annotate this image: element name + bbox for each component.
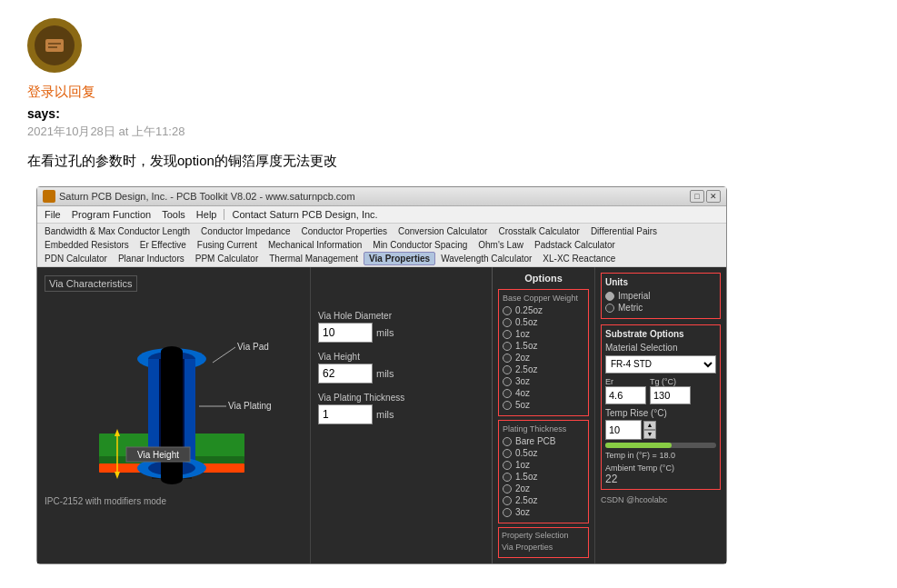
property-selection-label: Property Selection xyxy=(502,531,585,540)
via-panel: Via Characteristics xyxy=(37,267,310,563)
via-height-input[interactable] xyxy=(318,364,373,384)
bcw-2oz[interactable]: 2oz xyxy=(503,353,584,363)
btn-conductor-impedance[interactable]: Conductor Impedance xyxy=(195,224,295,238)
tg-label: Tg (°C) xyxy=(650,377,691,386)
toolkit-window: Saturn PCB Design, Inc. - PCB Toolkit V8… xyxy=(36,186,727,564)
pt-bare[interactable]: Bare PCB xyxy=(503,436,584,446)
btn-er-effective[interactable]: Er Effective xyxy=(135,238,192,252)
btn-mechanical-information[interactable]: Mechanical Information xyxy=(263,238,367,252)
radio-pt-1oz xyxy=(503,461,512,470)
btn-ppm-calculator[interactable]: PPM Calculator xyxy=(190,252,264,265)
via-plating-thickness-unit: mils xyxy=(376,409,394,420)
menu-help[interactable]: Help xyxy=(191,207,223,222)
btn-conversion-calculator[interactable]: Conversion Calculator xyxy=(393,224,493,238)
bcw-025oz[interactable]: 0.25oz xyxy=(503,305,584,315)
temp-rise-input[interactable] xyxy=(605,420,642,440)
pt-25oz[interactable]: 2.5oz xyxy=(503,495,584,505)
radio-bare xyxy=(503,437,512,446)
btn-min-conductor-spacing[interactable]: Min Conductor Spacing xyxy=(367,238,473,252)
btn-embedded-resistors[interactable]: Embedded Resistors xyxy=(39,238,135,252)
metric-label: Metric xyxy=(618,303,643,313)
toolbar-row-1: Bandwidth & Max Conductor Length Conduct… xyxy=(39,224,724,238)
svg-text:Via Height: Via Height xyxy=(137,450,179,460)
radio-3oz xyxy=(503,377,512,386)
tg-input[interactable] xyxy=(650,386,691,404)
bcw-3oz[interactable]: 3oz xyxy=(503,376,584,386)
menu-program-function[interactable]: Program Function xyxy=(66,207,156,222)
btn-conductor-properties[interactable]: Conductor Properties xyxy=(296,224,394,238)
ambient-value: 22 xyxy=(605,473,716,485)
bcw-25oz[interactable]: 2.5oz xyxy=(503,364,584,374)
btn-differential-pairs[interactable]: Differential Pairs xyxy=(585,224,663,238)
via-properties-sublabel: Via Properties xyxy=(502,543,585,552)
radio-2oz xyxy=(503,354,512,363)
bcw-4oz[interactable]: 4oz xyxy=(503,388,584,398)
btn-ohms-law[interactable]: Ohm's Law xyxy=(473,238,529,252)
plating-thickness-label: Plating Thickness xyxy=(503,424,584,434)
via-hole-diameter-label: Via Hole Diameter xyxy=(318,311,484,321)
menu-separator xyxy=(224,209,224,220)
btn-xl-xc-reactance[interactable]: XL-XC Reactance xyxy=(537,252,621,265)
btn-via-properties[interactable]: Via Properties xyxy=(364,252,435,265)
toolbar-row-3: PDN Calculator Planar Inductors PPM Calc… xyxy=(39,252,724,265)
radio-5oz xyxy=(503,401,512,410)
units-title: Units xyxy=(605,277,716,287)
radio-05oz xyxy=(503,318,512,327)
bcw-1oz[interactable]: 1oz xyxy=(503,329,584,339)
svg-text:Via Plating: Via Plating xyxy=(228,401,272,411)
plating-thickness-section: Plating Thickness Bare PCB 0.5oz 1oz 1.5… xyxy=(498,420,589,523)
base-copper-weight-section: Base Copper Weight 0.25oz 0.5oz 1oz 1.5o… xyxy=(498,289,589,416)
close-button[interactable]: ✕ xyxy=(706,190,721,203)
via-height-unit: mils xyxy=(376,368,394,379)
btn-fusing-current[interactable]: Fusing Current xyxy=(192,238,263,252)
radio-metric xyxy=(605,304,614,313)
menu-bar: File Program Function Tools Help Contact… xyxy=(37,206,726,224)
btn-pdn-calculator[interactable]: PDN Calculator xyxy=(39,252,113,265)
unit-imperial[interactable]: Imperial xyxy=(605,291,716,301)
ambient-label: Ambient Temp (°C) xyxy=(605,463,716,473)
bcw-05oz[interactable]: 0.5oz xyxy=(503,317,584,327)
temp-rise-fill xyxy=(605,443,672,448)
unit-metric[interactable]: Metric xyxy=(605,303,716,313)
via-hole-diameter-input[interactable] xyxy=(318,323,373,343)
btn-wavelength-calculator[interactable]: Wavelength Calculator xyxy=(435,252,537,265)
radio-4oz xyxy=(503,389,512,398)
menu-file[interactable]: File xyxy=(39,207,66,222)
radio-imperial xyxy=(605,292,614,301)
svg-rect-2 xyxy=(48,46,57,48)
bcw-15oz[interactable]: 1.5oz xyxy=(503,341,584,351)
pt-1oz[interactable]: 1oz xyxy=(503,460,584,470)
via-diagram: Via Pad Via Plating Via Height xyxy=(45,297,299,493)
menu-contact[interactable]: Contact Saturn PCB Design, Inc. xyxy=(226,207,383,222)
radio-pt-25oz xyxy=(503,496,512,505)
via-panel-title: Via Characteristics xyxy=(45,275,137,292)
menu-tools[interactable]: Tools xyxy=(156,207,191,222)
via-plating-thickness-input[interactable] xyxy=(318,404,373,424)
btn-crosstalk[interactable]: Crosstalk Calculator xyxy=(493,224,584,238)
pt-3oz[interactable]: 3oz xyxy=(503,507,584,517)
material-select[interactable]: FR-4 STD xyxy=(605,355,716,374)
avatar xyxy=(27,18,82,73)
options-panel: Options Base Copper Weight 0.25oz 0.5oz … xyxy=(492,267,594,563)
btn-padstack-calculator[interactable]: Padstack Calculator xyxy=(529,238,621,252)
svg-point-16 xyxy=(161,473,183,484)
temp-rise-up[interactable]: ▲ xyxy=(643,421,656,430)
restore-button[interactable]: □ xyxy=(690,190,704,203)
pt-2oz[interactable]: 2oz xyxy=(503,483,584,493)
right-panel: Units Imperial Metric Substrate Options … xyxy=(594,267,726,563)
radio-pt-2oz xyxy=(503,484,512,493)
substrate-options-section: Substrate Options Material Selection FR-… xyxy=(601,324,721,490)
bcw-5oz[interactable]: 5oz xyxy=(503,400,584,410)
pt-05oz[interactable]: 0.5oz xyxy=(503,448,584,458)
property-selection-section: Property Selection Via Properties xyxy=(498,527,589,558)
er-input[interactable] xyxy=(605,386,646,404)
btn-planar-inductors[interactable]: Planar Inductors xyxy=(113,252,190,265)
pt-15oz[interactable]: 1.5oz xyxy=(503,472,584,482)
via-plating-thickness-label: Via Plating Thickness xyxy=(318,393,484,403)
login-link[interactable]: 登录以回复 xyxy=(27,84,870,101)
svg-point-15 xyxy=(161,346,183,357)
radio-pt-05oz xyxy=(503,449,512,458)
btn-thermal-management[interactable]: Thermal Management xyxy=(264,252,364,265)
temp-rise-down[interactable]: ▼ xyxy=(643,430,656,439)
btn-bandwidth[interactable]: Bandwidth & Max Conductor Length xyxy=(39,224,195,238)
